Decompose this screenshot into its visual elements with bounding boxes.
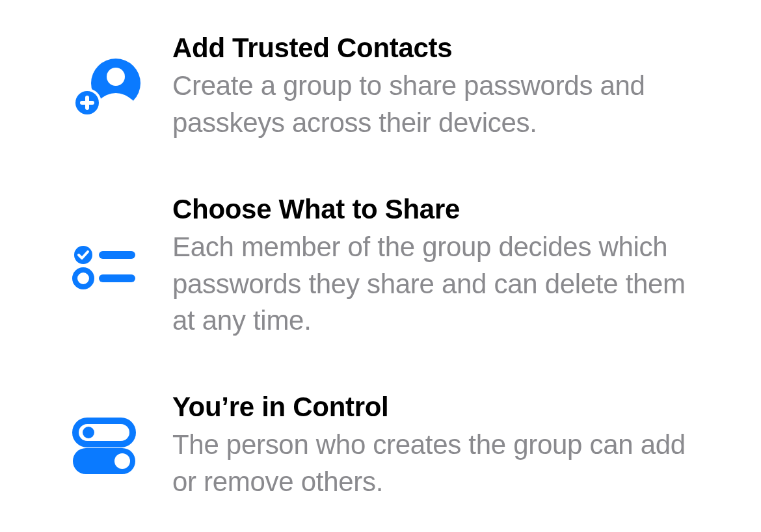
svg-point-12: [83, 427, 94, 438]
feature-title: Add Trusted Contacts: [172, 33, 702, 64]
feature-title: You’re in Control: [172, 392, 702, 423]
feature-row-trusted-contacts: Add Trusted Contacts Create a group to s…: [72, 33, 702, 142]
icon-container: [72, 417, 172, 475]
icon-container: [72, 241, 172, 293]
svg-point-1: [107, 68, 125, 86]
feature-desc: The person who creates the group can add…: [172, 427, 702, 500]
feature-list: Add Trusted Contacts Create a group to s…: [72, 33, 702, 501]
icon-container: [72, 55, 172, 120]
svg-rect-8: [99, 251, 135, 259]
feature-desc: Create a group to share passwords and pa…: [172, 68, 702, 141]
add-contact-icon: [72, 55, 150, 120]
feature-text: Add Trusted Contacts Create a group to s…: [172, 33, 702, 142]
feature-row-choose-share: Choose What to Share Each member of the …: [72, 194, 702, 339]
svg-point-9: [75, 270, 92, 287]
feature-text: You’re in Control The person who creates…: [172, 392, 702, 501]
feature-title: Choose What to Share: [172, 194, 702, 225]
feature-text: Choose What to Share Each member of the …: [172, 194, 702, 339]
svg-rect-10: [99, 274, 135, 282]
toggles-icon: [72, 417, 137, 475]
feature-row-in-control: You’re in Control The person who creates…: [72, 392, 702, 501]
feature-desc: Each member of the group decides which p…: [172, 229, 702, 339]
svg-point-14: [114, 453, 130, 469]
checklist-icon: [72, 241, 140, 293]
svg-rect-6: [80, 101, 94, 105]
